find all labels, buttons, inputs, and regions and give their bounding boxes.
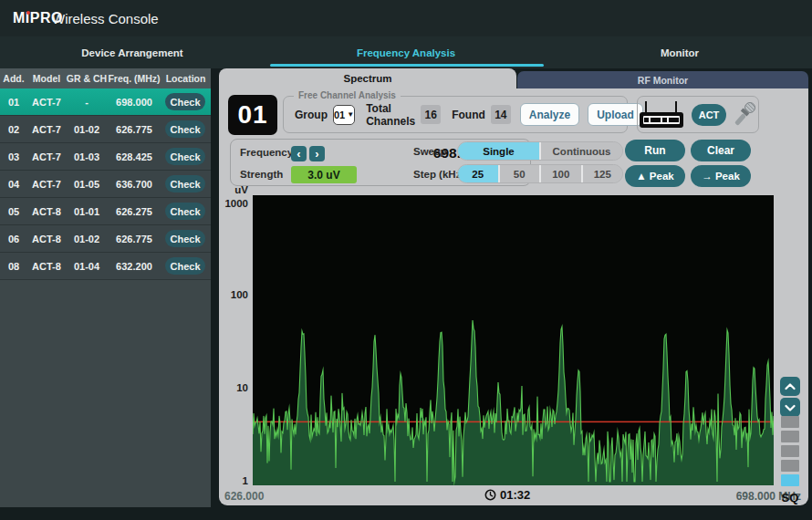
squelch-level-4[interactable] bbox=[781, 431, 799, 442]
cell-add: 03 bbox=[0, 151, 27, 162]
tab-rf-monitor[interactable]: RF Monitor bbox=[517, 71, 808, 88]
tab-monitor[interactable]: Monitor bbox=[547, 36, 812, 68]
group-dropdown[interactable]: 01 ▼ bbox=[333, 105, 355, 125]
sweep-time-value: 01:32 bbox=[500, 488, 530, 502]
cell-add: 05 bbox=[0, 206, 27, 217]
col-freq: Freq. (MHz) bbox=[108, 73, 161, 84]
cell-grch: 01-03 bbox=[66, 151, 108, 162]
check-button[interactable]: Check bbox=[165, 93, 205, 110]
table-row[interactable]: 02 ACT-7 01-02 626.775 Check bbox=[0, 116, 211, 143]
tab-device-arrangement[interactable]: Device Arrangement bbox=[0, 36, 265, 68]
frequency-label: Frequency bbox=[240, 147, 293, 158]
frequency-next-button[interactable]: › bbox=[309, 146, 325, 161]
found-value: 14 bbox=[491, 105, 511, 124]
sweep-single-option[interactable]: Single bbox=[458, 142, 541, 160]
squelch-level-5[interactable] bbox=[781, 416, 799, 428]
act-sync-button[interactable]: ACT bbox=[692, 104, 726, 126]
sweep-mode-segmented: Single Continuous bbox=[457, 141, 623, 161]
sweep-continuous-option[interactable]: Continuous bbox=[541, 142, 622, 160]
sidebar-background bbox=[0, 280, 211, 507]
run-button[interactable]: Run bbox=[625, 140, 685, 161]
cell-freq: 628.425 bbox=[108, 151, 161, 162]
table-row[interactable]: 01 ACT-7 - 698.000 Check bbox=[0, 88, 211, 116]
cell-add: 01 bbox=[0, 97, 27, 108]
step-25-option[interactable]: 25 bbox=[458, 165, 500, 182]
upload-button[interactable]: Upload bbox=[588, 103, 643, 126]
cell-grch: 01-04 bbox=[66, 261, 108, 272]
spectrum-canvas bbox=[253, 195, 774, 485]
cell-add: 08 bbox=[0, 261, 27, 272]
found-label: Found bbox=[452, 109, 485, 121]
squelch-up-button[interactable] bbox=[780, 377, 800, 396]
chevron-up-icon bbox=[785, 383, 796, 390]
group-label: Group bbox=[295, 109, 328, 121]
cell-model: ACT-7 bbox=[27, 97, 66, 108]
table-row[interactable]: 08 ACT-8 01-04 632.200 Check bbox=[0, 253, 211, 280]
cell-grch: 01-01 bbox=[66, 206, 108, 217]
cell-freq: 626.275 bbox=[108, 206, 161, 217]
active-tab-underline bbox=[270, 64, 544, 67]
y-tick-10: 10 bbox=[219, 382, 248, 393]
frequency-prev-button[interactable]: ‹ bbox=[291, 146, 307, 161]
step-segmented: 25 50 100 125 bbox=[457, 164, 623, 183]
check-button[interactable]: Check bbox=[165, 230, 205, 247]
col-model: Model bbox=[27, 73, 66, 84]
cell-model: ACT-7 bbox=[27, 124, 66, 135]
microphone-icon bbox=[734, 102, 756, 127]
analyze-button[interactable]: Analyze bbox=[520, 103, 579, 126]
clear-button[interactable]: Clear bbox=[691, 140, 751, 161]
step-50-option[interactable]: 50 bbox=[500, 165, 542, 182]
squelch-level-1[interactable] bbox=[781, 474, 799, 486]
sweep-label: Sweep bbox=[413, 146, 446, 157]
y-tick-100: 100 bbox=[219, 289, 248, 300]
squelch-down-button[interactable] bbox=[780, 398, 800, 417]
check-button[interactable]: Check bbox=[165, 175, 205, 192]
cell-model: ACT-7 bbox=[27, 151, 66, 162]
squelch-label: SQ bbox=[779, 491, 801, 504]
cell-grch: 01-02 bbox=[66, 124, 108, 135]
app-header: MIPRO Wireless Console bbox=[0, 0, 812, 36]
table-row[interactable]: 06 ACT-8 01-02 626.775 Check bbox=[0, 225, 211, 253]
free-channel-analysis-legend: Free Channel Analysis bbox=[294, 90, 401, 100]
cell-add: 06 bbox=[0, 234, 27, 244]
device-sync-box: ACT bbox=[637, 96, 759, 133]
device-table-header: Add. Model GR & CH Freq. (MHz) Location bbox=[0, 68, 211, 88]
cell-grch: 01-05 bbox=[66, 179, 108, 190]
check-button[interactable]: Check bbox=[165, 203, 205, 220]
col-grch: GR & CH bbox=[66, 73, 108, 84]
brand-red-dot bbox=[26, 11, 30, 15]
squelch-level-3[interactable] bbox=[781, 445, 799, 457]
cell-freq: 636.700 bbox=[108, 179, 161, 190]
step-125-option[interactable]: 125 bbox=[583, 165, 623, 182]
peak-hold-button[interactable]: ▲ Peak bbox=[625, 165, 685, 187]
tab-spectrum[interactable]: Spectrum bbox=[219, 68, 516, 88]
table-row[interactable]: 04 ACT-7 01-05 636.700 Check bbox=[0, 171, 211, 198]
y-axis-unit: uV bbox=[219, 184, 248, 195]
cell-grch: 01-02 bbox=[66, 234, 108, 244]
cell-model: ACT-8 bbox=[27, 261, 66, 272]
total-channels-value: 16 bbox=[421, 105, 441, 124]
table-row[interactable]: 03 ACT-7 01-03 628.425 Check bbox=[0, 143, 211, 171]
cell-model: ACT-8 bbox=[27, 234, 66, 244]
y-tick-1: 1 bbox=[219, 475, 248, 486]
total-channels-label: Total Channels bbox=[366, 102, 415, 128]
y-tick-1000: 1000 bbox=[219, 198, 248, 209]
cell-model: ACT-8 bbox=[27, 206, 66, 217]
check-button[interactable]: Check bbox=[165, 120, 205, 138]
cell-freq: 698.000 bbox=[108, 97, 161, 108]
step-100-option[interactable]: 100 bbox=[541, 165, 583, 182]
peak-next-button[interactable]: → Peak bbox=[691, 165, 751, 187]
antenna-icon bbox=[675, 101, 677, 112]
check-button[interactable]: Check bbox=[165, 148, 205, 165]
cell-model: ACT-7 bbox=[27, 179, 66, 190]
squelch-level-2[interactable] bbox=[781, 460, 799, 472]
chevron-down-icon bbox=[785, 404, 796, 411]
sweep-time: 01:32 bbox=[484, 488, 530, 502]
strength-value: 3.0 uV bbox=[291, 166, 357, 183]
table-row[interactable]: 05 ACT-8 01-01 626.275 Check bbox=[0, 198, 211, 225]
spectrum-chart bbox=[253, 195, 774, 485]
clock-icon bbox=[484, 489, 496, 501]
check-button[interactable]: Check bbox=[165, 257, 205, 275]
col-location: Location bbox=[161, 73, 211, 84]
device-table: 01 ACT-7 - 698.000 Check 02 ACT-7 01-02 … bbox=[0, 88, 211, 280]
